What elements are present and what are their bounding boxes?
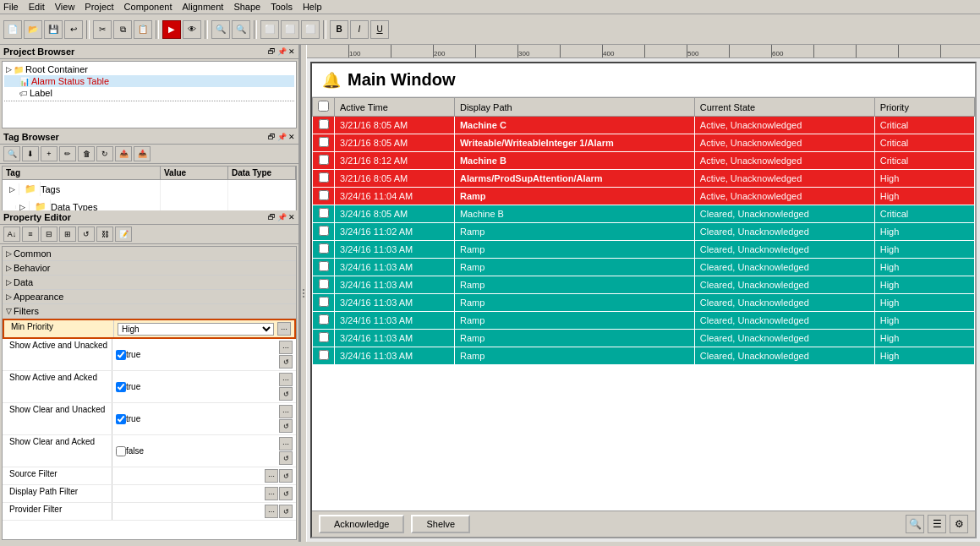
prop-collapse[interactable]: ⊟: [41, 227, 57, 242]
prop-script[interactable]: 📝: [115, 227, 132, 242]
tag-provider-btn[interactable]: ⬇: [22, 146, 39, 161]
prop-reset[interactable]: ↺: [78, 227, 95, 242]
acknowledge-button[interactable]: Acknowledge: [319, 515, 404, 533]
prop-section-filters[interactable]: ▽ Filters Min Priority Critical High Med…: [3, 304, 296, 521]
prop-btn2-show-active-acked[interactable]: ↺: [279, 387, 293, 401]
table-row[interactable]: 3/24/16 11:02 AMRampCleared, Unacknowled…: [313, 223, 975, 241]
prop-btn1-provider-filter[interactable]: ⋯: [265, 505, 278, 518]
toolbar-save[interactable]: 💾: [44, 20, 63, 39]
prop-select-min-priority[interactable]: Critical High Medium Low Diagnostic: [118, 323, 274, 336]
tag-search-btn[interactable]: 🔍: [3, 146, 20, 161]
tag-edit-btn[interactable]: ✏: [59, 146, 76, 161]
row-checkbox[interactable]: [319, 137, 329, 147]
menu-edit[interactable]: Edit: [29, 2, 45, 12]
table-row[interactable]: 3/24/16 11:03 AMRampCleared, Unacknowled…: [313, 259, 975, 276]
menu-file[interactable]: File: [3, 2, 19, 12]
menu-shape[interactable]: Shape: [233, 2, 260, 12]
table-row[interactable]: 3/24/16 11:03 AMRampCleared, Unacknowled…: [313, 347, 975, 365]
resize-handle[interactable]: [300, 45, 307, 542]
project-browser-restore[interactable]: 🗗: [268, 47, 276, 56]
row-checkbox[interactable]: [319, 261, 329, 271]
prop-sort-cat[interactable]: ≡: [22, 227, 39, 242]
project-browser-pin[interactable]: 📌: [277, 47, 287, 56]
toolbar-copy[interactable]: ⧉: [113, 20, 132, 39]
prop-section-behavior-header[interactable]: ▷ Behavior: [3, 261, 296, 276]
toolbar-zoom-in[interactable]: 🔍: [211, 20, 230, 39]
prop-btn1-show-active-unacked[interactable]: ⋯: [279, 341, 293, 354]
prop-checkbox-show-active-acked[interactable]: [116, 382, 126, 392]
tree-item-alarm[interactable]: 📊 Alarm Status Table: [4, 75, 294, 87]
prop-btn2-source-filter[interactable]: ↺: [279, 469, 293, 483]
row-checkbox[interactable]: [319, 172, 329, 183]
table-row[interactable]: 3/24/16 11:03 AMRampCleared, Unacknowled…: [313, 241, 975, 259]
project-browser-close[interactable]: ✕: [288, 47, 295, 56]
toolbar-align-left[interactable]: ⬜: [260, 20, 279, 39]
tree-arrow-root[interactable]: ▷: [6, 65, 12, 74]
tag-row-tags[interactable]: ▷ 📁 Tags: [3, 180, 296, 198]
prop-editor-pin[interactable]: 📌: [277, 213, 287, 221]
prop-btn1-show-active-acked[interactable]: ⋯: [279, 373, 293, 386]
search-icon-btn[interactable]: 🔍: [906, 515, 924, 533]
toolbar-zoom-out[interactable]: 🔍: [232, 20, 250, 39]
prop-editor-restore[interactable]: 🗗: [268, 213, 276, 221]
table-row[interactable]: 3/21/16 8:05 AMMachine CActive, Unacknow…: [313, 117, 975, 134]
toolbar-preview[interactable]: 👁: [183, 20, 201, 39]
prop-section-appearance[interactable]: ▷ Appearance: [3, 290, 296, 304]
toolbar-italic[interactable]: I: [350, 20, 369, 39]
tag-refresh-btn[interactable]: ↻: [96, 146, 113, 161]
menu-alignment[interactable]: Alignment: [182, 2, 223, 12]
menu-view[interactable]: View: [55, 2, 75, 12]
prop-section-data[interactable]: ▷ Data: [3, 276, 296, 290]
prop-checkbox-show-active-unacked[interactable]: [116, 350, 126, 360]
tree-item-root[interactable]: ▷ 📁 Root Container: [4, 63, 294, 75]
tag-delete-btn[interactable]: 🗑: [78, 146, 95, 161]
tag-browser-pin[interactable]: 📌: [277, 133, 287, 141]
row-checkbox[interactable]: [319, 314, 329, 325]
tag-browser-close[interactable]: ✕: [288, 133, 295, 141]
row-checkbox[interactable]: [319, 243, 329, 254]
row-checkbox[interactable]: [319, 119, 329, 129]
prop-section-common[interactable]: ▷ Common: [3, 247, 296, 261]
toolbar-undo[interactable]: ↩: [64, 20, 83, 39]
list-icon-btn[interactable]: ☰: [928, 515, 946, 533]
toolbar-underline[interactable]: U: [370, 20, 389, 39]
prop-binding[interactable]: ⛓: [96, 227, 113, 242]
toolbar-new[interactable]: 📄: [3, 20, 22, 39]
row-checkbox[interactable]: [319, 208, 329, 218]
prop-checkbox-show-clear-acked[interactable]: [116, 446, 126, 456]
row-checkbox[interactable]: [319, 297, 329, 307]
prop-section-appearance-header[interactable]: ▷ Appearance: [3, 290, 296, 304]
table-row[interactable]: 3/24/16 11:03 AMRampCleared, Unacknowled…: [313, 294, 975, 312]
prop-btn1-source-filter[interactable]: ⋯: [265, 469, 278, 483]
prop-btn2-show-clear-unacked[interactable]: ↺: [279, 419, 293, 433]
toolbar-open[interactable]: 📂: [24, 20, 42, 39]
prop-btn1-show-clear-unacked[interactable]: ⋯: [279, 405, 293, 418]
prop-expand[interactable]: ⊞: [59, 227, 76, 242]
prop-btn1-display-path-filter[interactable]: ⋯: [265, 487, 278, 500]
table-row[interactable]: 3/24/16 11:04 AMRampActive, Unacknowledg…: [313, 188, 975, 205]
menu-help[interactable]: Help: [303, 2, 322, 12]
menu-tools[interactable]: Tools: [271, 2, 293, 12]
table-row[interactable]: 3/21/16 8:05 AMAlarms/ProdSupAttention/A…: [313, 170, 975, 188]
toolbar-run[interactable]: ▶: [162, 20, 181, 39]
alarm-table-container[interactable]: Active Time Display Path Current State P…: [312, 97, 975, 511]
toolbar-align-right[interactable]: ⬜: [301, 20, 320, 39]
prop-section-common-header[interactable]: ▷ Common: [3, 247, 296, 261]
shelve-button[interactable]: Shelve: [411, 515, 470, 533]
row-checkbox[interactable]: [319, 190, 329, 200]
settings-icon-btn[interactable]: ⚙: [950, 515, 968, 533]
row-checkbox[interactable]: [319, 226, 329, 236]
toolbar-align-center[interactable]: ⬜: [281, 20, 299, 39]
row-checkbox[interactable]: [319, 332, 329, 342]
table-row[interactable]: 3/21/16 8:05 AMWriteable/WriteableIntege…: [313, 134, 975, 152]
table-row[interactable]: 3/24/16 8:05 AMMachine BCleared, Unackno…: [313, 205, 975, 223]
prop-edit-min-priority[interactable]: ⋯: [277, 322, 291, 336]
tag-browser-restore[interactable]: 🗗: [268, 133, 276, 141]
prop-btn2-show-clear-acked[interactable]: ↺: [279, 451, 293, 465]
table-row[interactable]: 3/24/16 11:03 AMRampCleared, Unacknowled…: [313, 330, 975, 347]
row-checkbox[interactable]: [319, 350, 329, 360]
prop-section-behavior[interactable]: ▷ Behavior: [3, 261, 296, 276]
prop-editor-close[interactable]: ✕: [288, 213, 295, 221]
toolbar-paste[interactable]: 📋: [134, 20, 152, 39]
row-checkbox[interactable]: [319, 279, 329, 289]
